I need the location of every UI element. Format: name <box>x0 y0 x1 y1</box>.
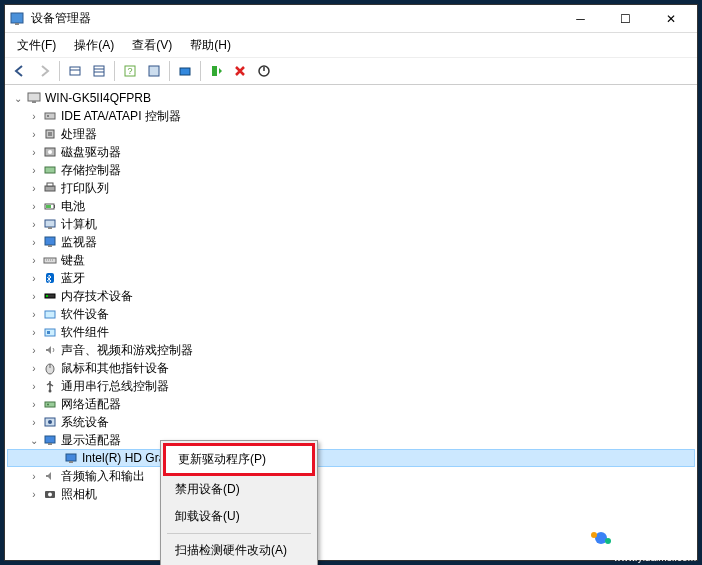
bluetooth-icon <box>41 270 59 286</box>
properties-button[interactable] <box>143 60 165 82</box>
svg-point-17 <box>47 115 49 117</box>
tree-item[interactable]: ›鼠标和其他指针设备 <box>7 359 695 377</box>
expand-icon[interactable]: ⌄ <box>11 93 25 104</box>
disable-button[interactable] <box>253 60 275 82</box>
ctx-update-driver[interactable]: 更新驱动程序(P) <box>163 443 315 476</box>
forward-button[interactable] <box>33 60 55 82</box>
computer-icon <box>25 90 43 106</box>
expand-icon[interactable]: › <box>27 417 41 428</box>
svg-rect-36 <box>46 295 48 297</box>
svg-rect-9 <box>149 66 159 76</box>
tree-item[interactable]: ›计算机 <box>7 215 695 233</box>
tree-item[interactable]: ›IDE ATA/ATAPI 控制器 <box>7 107 695 125</box>
svg-text:?: ? <box>127 66 132 76</box>
toolbar-separator <box>114 61 115 81</box>
tree-item[interactable]: ›键盘 <box>7 251 695 269</box>
close-button[interactable]: ✕ <box>648 6 693 32</box>
tree-item[interactable]: ›软件组件 <box>7 323 695 341</box>
maximize-button[interactable]: ☐ <box>603 6 648 32</box>
svg-rect-26 <box>54 205 55 208</box>
update-driver-button[interactable] <box>205 60 227 82</box>
tree-item[interactable]: ›通用串行总线控制器 <box>7 377 695 395</box>
menu-action[interactable]: 操作(A) <box>68 35 120 56</box>
show-hidden-button[interactable] <box>64 60 86 82</box>
tree-item[interactable]: ›声音、视频和游戏控制器 <box>7 341 695 359</box>
menu-view[interactable]: 查看(V) <box>126 35 178 56</box>
tree-item[interactable]: ›软件设备 <box>7 305 695 323</box>
svg-rect-0 <box>11 13 23 23</box>
watermark-text: 纯净系统家园 <box>618 529 696 547</box>
titlebar: 设备管理器 ─ ☐ ✕ <box>5 5 697 33</box>
svg-rect-37 <box>45 311 55 318</box>
scan-button[interactable] <box>174 60 196 82</box>
tree-item[interactable]: ›打印队列 <box>7 179 695 197</box>
tree-node-label: 音频输入和输出 <box>61 468 145 485</box>
svg-rect-29 <box>48 227 52 229</box>
ctx-disable[interactable]: 禁用设备(D) <box>163 476 315 503</box>
tree-item[interactable]: ›系统设备 <box>7 413 695 431</box>
expand-icon[interactable]: › <box>27 219 41 230</box>
tree-item[interactable]: ›蓝牙 <box>7 269 695 287</box>
expand-icon[interactable]: › <box>27 291 41 302</box>
tree-item[interactable]: ›网络适配器 <box>7 395 695 413</box>
expand-icon[interactable]: › <box>27 201 41 212</box>
camera-icon <box>41 486 59 502</box>
svg-rect-16 <box>45 113 55 119</box>
expand-icon[interactable]: › <box>27 129 41 140</box>
expand-icon[interactable]: ⌄ <box>27 435 41 446</box>
tree-node-label: 系统设备 <box>61 414 109 431</box>
expand-icon[interactable]: › <box>27 363 41 374</box>
ctx-uninstall[interactable]: 卸载设备(U) <box>163 503 315 530</box>
minimize-button[interactable]: ─ <box>558 6 603 32</box>
tree-item[interactable]: ⌄显示适配器 <box>7 431 695 449</box>
uninstall-button[interactable] <box>229 60 251 82</box>
expand-icon[interactable]: › <box>27 309 41 320</box>
expand-icon[interactable]: › <box>27 381 41 392</box>
computer-icon <box>41 216 59 232</box>
expand-icon[interactable]: › <box>27 273 41 284</box>
expand-icon[interactable]: › <box>27 111 41 122</box>
back-button[interactable] <box>9 60 31 82</box>
tree-item[interactable]: ›磁盘驱动器 <box>7 143 695 161</box>
tree-child-item[interactable]: Intel(R) HD Graphics 520 <box>7 449 695 467</box>
watermark-url: www.yidaimei.com <box>614 552 696 563</box>
ctx-scan[interactable]: 扫描检测硬件改动(A) <box>163 537 315 564</box>
svg-point-46 <box>48 420 52 424</box>
tree-item[interactable]: ›电池 <box>7 197 695 215</box>
help-button[interactable]: ? <box>119 60 141 82</box>
svg-point-44 <box>47 404 49 406</box>
printer-icon <box>41 180 59 196</box>
monitor-icon <box>41 234 59 250</box>
tree-item[interactable]: ›处理器 <box>7 125 695 143</box>
toolbar-separator <box>59 61 60 81</box>
svg-rect-11 <box>212 66 217 76</box>
tree-item[interactable]: ›音频输入和输出 <box>7 467 695 485</box>
tree-root[interactable]: ⌄ WIN-GK5II4QFPRB <box>7 89 695 107</box>
expand-icon[interactable]: › <box>27 399 41 410</box>
expand-icon[interactable]: › <box>27 183 41 194</box>
expand-icon[interactable]: › <box>27 345 41 356</box>
device-manager-window: 设备管理器 ─ ☐ ✕ 文件(F) 操作(A) 查看(V) 帮助(H) ? ⌄ <box>4 4 698 561</box>
expand-icon[interactable]: › <box>27 165 41 176</box>
expand-icon[interactable]: › <box>27 237 41 248</box>
view-button[interactable] <box>88 60 110 82</box>
menu-help[interactable]: 帮助(H) <box>184 35 237 56</box>
expand-icon[interactable]: › <box>27 147 41 158</box>
tree-node-label: 显示适配器 <box>61 432 121 449</box>
tree-item[interactable]: ›存储控制器 <box>7 161 695 179</box>
expand-icon[interactable]: › <box>27 471 41 482</box>
tree-item[interactable]: ›内存技术设备 <box>7 287 695 305</box>
watermark-icon <box>588 525 614 551</box>
device-tree[interactable]: ⌄ WIN-GK5II4QFPRB ›IDE ATA/ATAPI 控制器›处理器… <box>5 85 697 558</box>
expand-icon[interactable]: › <box>27 255 41 266</box>
expand-icon[interactable]: › <box>27 489 41 500</box>
toolbar-separator <box>169 61 170 81</box>
software-icon <box>41 306 59 322</box>
expand-icon[interactable]: › <box>27 327 41 338</box>
tree-node-label: 声音、视频和游戏控制器 <box>61 342 193 359</box>
tree-node-label: 软件设备 <box>61 306 109 323</box>
menu-file[interactable]: 文件(F) <box>11 35 62 56</box>
tree-item[interactable]: ›照相机 <box>7 485 695 503</box>
app-icon <box>9 11 25 27</box>
tree-item[interactable]: ›监视器 <box>7 233 695 251</box>
